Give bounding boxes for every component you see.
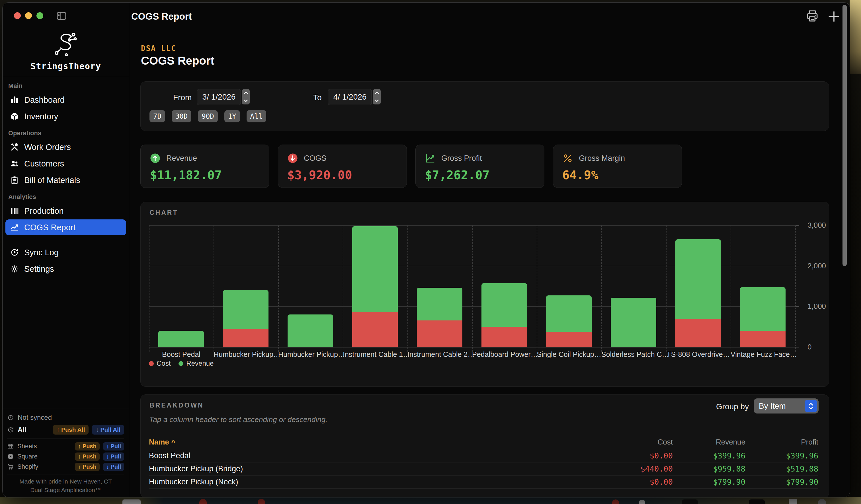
sidebar-item-cogs-report[interactable]: COGS Report	[5, 220, 126, 235]
revenue-bar-segment[interactable]	[481, 283, 527, 327]
revenue-bar-segment[interactable]	[158, 331, 204, 347]
service-label: Sheets	[17, 443, 37, 450]
bar-group-instrument-cable-1	[343, 225, 407, 347]
nav-section-analytics: Analytics	[8, 193, 123, 201]
revenue-bar-segment[interactable]	[223, 290, 269, 329]
sync-service-row-shopify: Shopify↑ Push↓ Pull	[7, 462, 124, 472]
print-icon[interactable]	[805, 9, 820, 23]
chevron-up-down-icon	[805, 400, 817, 412]
axis-tick	[795, 306, 799, 307]
service-label: Shopify	[17, 463, 38, 471]
breakdown-section-label: BREAKDOWN	[150, 402, 204, 409]
dock-icon[interactable]	[612, 500, 619, 504]
revenue-bar-segment[interactable]	[675, 239, 721, 319]
from-label: From	[173, 93, 192, 102]
date-range-panel: From To 7D30D90D1YAll	[140, 81, 829, 131]
column-header-name[interactable]: Name^	[149, 438, 599, 447]
from-date-input[interactable]	[197, 89, 241, 105]
bar-group-single-coil-pickup	[537, 225, 601, 347]
dock-icon[interactable]	[682, 500, 698, 504]
stat-value: $11,182.07	[150, 168, 260, 182]
sidebar-item-production[interactable]: Production	[5, 203, 126, 219]
cost-bar-segment[interactable]	[740, 331, 785, 347]
dock	[0, 497, 861, 504]
stat-value: 64.9%	[562, 168, 672, 182]
push-button-square[interactable]: ↑ Push	[75, 452, 99, 461]
push-button-sheets[interactable]: ↑ Push	[75, 442, 99, 450]
bar-chart-icon	[10, 95, 19, 104]
table-row-humbucker-pickup-bridge[interactable]: Humbucker Pickup (Bridge)$440.00$959.88$…	[149, 462, 818, 476]
cost-bar-segment[interactable]	[546, 332, 592, 347]
column-header-profit[interactable]: Profit	[746, 438, 818, 447]
sidebar-item-settings[interactable]: Settings	[5, 261, 126, 277]
pull-button-sheets[interactable]: ↓ Pull	[103, 442, 124, 450]
preset-button-7d[interactable]: 7D	[150, 110, 165, 122]
x-axis-tick-label: Instrument Cable 2…	[407, 350, 472, 359]
cost-bar-segment[interactable]	[417, 320, 462, 347]
table-row-boost-pedal[interactable]: Boost Pedal$0.00$399.96$399.96	[149, 449, 818, 462]
dock-icon[interactable]	[258, 499, 265, 504]
cost-bar-segment[interactable]	[481, 327, 527, 347]
push-button-shopify[interactable]: ↑ Push	[75, 463, 99, 471]
to-date-stepper[interactable]	[373, 89, 381, 104]
stat-card-gross-margin: Gross Margin64.9%	[553, 144, 682, 188]
group-by-select[interactable]: By Item	[754, 398, 819, 414]
revenue-bar-segment[interactable]	[740, 287, 785, 331]
cost-bar-segment[interactable]	[223, 329, 269, 347]
sync-icon	[7, 426, 14, 433]
chart-panel: CHART 01,0002,0003,000Boost PedalHumbuck…	[140, 202, 829, 387]
pull-all-button[interactable]: ↓ Pull All	[92, 425, 124, 435]
bar-group-humbucker-pickup	[214, 225, 278, 347]
cart-icon	[7, 463, 14, 470]
sidebar-item-label: Customers	[24, 159, 64, 168]
cell-profit: $799.90	[746, 477, 818, 486]
cost-bar-segment[interactable]	[675, 319, 721, 347]
revenue-bar-segment[interactable]	[546, 295, 592, 332]
preset-button-all[interactable]: All	[247, 110, 266, 122]
from-date-stepper[interactable]	[242, 89, 250, 104]
revenue-bar-segment[interactable]	[288, 314, 333, 347]
cell-name: Humbucker Pickup (Neck)	[149, 477, 599, 486]
cell-revenue: $959.88	[673, 464, 746, 473]
revenue-bar-segment[interactable]	[352, 226, 398, 312]
preset-button-90d[interactable]: 90D	[198, 110, 218, 122]
dock-icon[interactable]	[199, 499, 207, 504]
people-icon	[10, 159, 19, 168]
sidebar-item-work-orders[interactable]: Work Orders	[5, 139, 126, 155]
sidebar-item-label: COGS Report	[24, 223, 76, 232]
column-header-revenue[interactable]: Revenue	[673, 438, 746, 447]
legend-label: Revenue	[186, 360, 214, 367]
revenue-bar-segment[interactable]	[611, 298, 656, 347]
bar-group-humbucker-pickup	[278, 225, 343, 347]
preset-button-30d[interactable]: 30D	[172, 110, 191, 122]
sidebar-item-label: Bill of Materials	[24, 176, 80, 185]
column-header-cost[interactable]: Cost	[599, 438, 673, 447]
dock-icon[interactable]	[639, 500, 645, 504]
breadcrumb: DSA LLC	[141, 44, 176, 53]
sidebar-item-inventory[interactable]: Inventory	[5, 109, 126, 124]
dock-icon[interactable]	[789, 499, 797, 504]
vertical-scrollbar[interactable]	[843, 5, 847, 266]
table-body: Boost Pedal$0.00$399.96$399.96Humbucker …	[149, 449, 818, 489]
axis-tick	[795, 225, 799, 226]
pull-button-square[interactable]: ↓ Pull	[103, 452, 124, 461]
dock-icon[interactable]	[818, 499, 826, 504]
sidebar-item-bill-of-materials[interactable]: Bill of Materials	[5, 172, 126, 188]
add-icon[interactable]	[826, 10, 841, 24]
dock-icon[interactable]	[122, 500, 141, 504]
stat-label: COGS	[304, 154, 327, 163]
dock-icon[interactable]	[749, 500, 765, 504]
sidebar-item-customers[interactable]: Customers	[5, 156, 126, 172]
push-all-button[interactable]: ↑ Push All	[53, 425, 89, 435]
legend-item-cost: Cost	[149, 360, 170, 367]
to-date-input[interactable]	[328, 89, 372, 105]
preset-button-1y[interactable]: 1Y	[224, 110, 240, 122]
table-row-humbucker-pickup-neck[interactable]: Humbucker Pickup (Neck)$0.00$799.90$799.…	[149, 476, 818, 489]
pull-button-shopify[interactable]: ↓ Pull	[103, 463, 124, 471]
cost-bar-segment[interactable]	[352, 312, 398, 347]
sidebar-item-dashboard[interactable]: Dashboard	[5, 92, 126, 108]
revenue-bar-segment[interactable]	[417, 288, 462, 321]
sidebar-item-label: Inventory	[24, 112, 58, 121]
bar-group-solderless-patch-c	[601, 225, 666, 347]
sidebar-item-sync-log[interactable]: Sync Log	[5, 244, 126, 261]
